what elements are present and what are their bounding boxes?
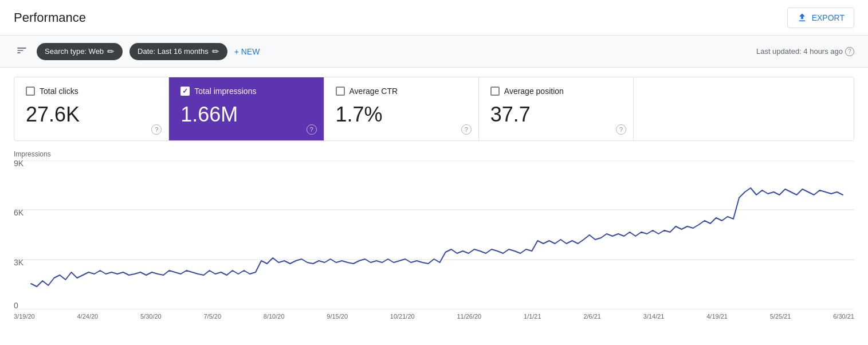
chart-y-label: Impressions [14,150,854,158]
x-label-6: 10/21/20 [390,313,415,320]
help-icon-ctr[interactable]: ? [461,124,472,135]
new-label: + NEW [234,47,260,56]
chart-container: Impressions 9K 6K 3K 0 3/19/20 4/24/20 5… [14,150,854,320]
metric-card-spacer [634,77,854,140]
metric-value-position: 37.7 [490,103,622,127]
checkbox-average-position[interactable] [490,87,500,96]
header: Performance EXPORT [0,0,868,36]
help-icon-impressions[interactable]: ? [307,124,317,135]
metric-header-impressions: ✓ Total impressions [180,87,312,96]
metric-value-clicks: 27.6K [26,103,157,127]
checkbox-total-impressions[interactable]: ✓ [180,87,190,96]
svg-text:9K: 9K [14,160,24,168]
toolbar: Search type: Web ✏ Date: Last 16 months … [0,36,868,68]
metric-header-position: Average position [490,87,622,96]
help-icon-clicks[interactable]: ? [151,124,162,135]
metric-label-clicks: Total clicks [40,87,78,96]
metric-header-ctr: Average CTR [336,87,467,96]
metric-label-ctr: Average CTR [349,87,398,96]
checkbox-total-clicks[interactable] [26,87,35,96]
x-label-7: 11/26/20 [457,313,481,320]
new-filter-button[interactable]: + NEW [234,47,260,56]
metric-value-ctr: 1.7% [336,103,467,127]
filter-icon-button[interactable] [14,42,30,60]
x-label-13: 6/30/21 [833,313,854,320]
x-label-3: 7/5/20 [203,313,221,320]
search-type-button[interactable]: Search type: Web ✏ [37,43,123,60]
x-label-11: 4/19/21 [706,313,728,320]
chart-wrap: 9K 6K 3K 0 [14,160,854,309]
x-label-0: 3/19/20 [14,313,35,320]
edit-date-icon: ✏ [212,46,219,57]
svg-text:6K: 6K [14,208,24,217]
info-icon[interactable]: ? [845,47,854,56]
download-icon [797,13,807,23]
metric-value-impressions: 1.66M [180,103,312,127]
metric-card-average-position[interactable]: Average position 37.7 ? [479,77,634,140]
export-label: EXPORT [812,13,845,22]
svg-text:0: 0 [14,301,18,309]
date-label: Date: Last 16 months [138,47,209,56]
x-label-5: 9/15/20 [327,313,348,320]
metrics-container: Total clicks 27.6K ? ✓ Total impressions… [14,77,854,141]
help-icon-position[interactable]: ? [616,124,626,135]
metric-card-total-clicks[interactable]: Total clicks 27.6K ? [14,77,169,140]
last-updated-info: Last updated: 4 hours ago ? [756,47,854,56]
last-updated-text: Last updated: 4 hours ago [756,47,843,56]
metric-label-position: Average position [504,87,564,96]
edit-icon: ✏ [107,46,115,57]
page-title: Performance [14,10,86,25]
metric-card-average-ctr[interactable]: Average CTR 1.7% ? [324,77,479,140]
export-button[interactable]: EXPORT [787,7,854,28]
x-label-2: 5/30/20 [140,313,162,320]
x-label-1: 4/24/20 [77,313,98,320]
x-label-12: 5/25/21 [770,313,791,320]
x-label-9: 2/6/21 [583,313,601,320]
date-filter-button[interactable]: Date: Last 16 months ✏ [129,43,227,60]
metric-card-total-impressions[interactable]: ✓ Total impressions 1.66M ? [169,77,324,140]
x-label-8: 1/1/21 [524,313,541,320]
metric-header-clicks: Total clicks [26,87,157,96]
checkbox-average-ctr[interactable] [336,87,345,96]
svg-text:3K: 3K [14,258,24,267]
chart-svg: 9K 6K 3K 0 [14,160,854,309]
checkmark-icon: ✓ [182,87,188,95]
x-label-4: 8/10/20 [264,313,285,320]
filter-icon [16,45,28,56]
metric-label-impressions: Total impressions [194,87,256,96]
x-label-10: 3/14/21 [643,313,665,320]
search-type-label: Search type: Web [45,47,104,56]
chart-x-labels: 3/19/20 4/24/20 5/30/20 7/5/20 8/10/20 9… [14,309,854,320]
